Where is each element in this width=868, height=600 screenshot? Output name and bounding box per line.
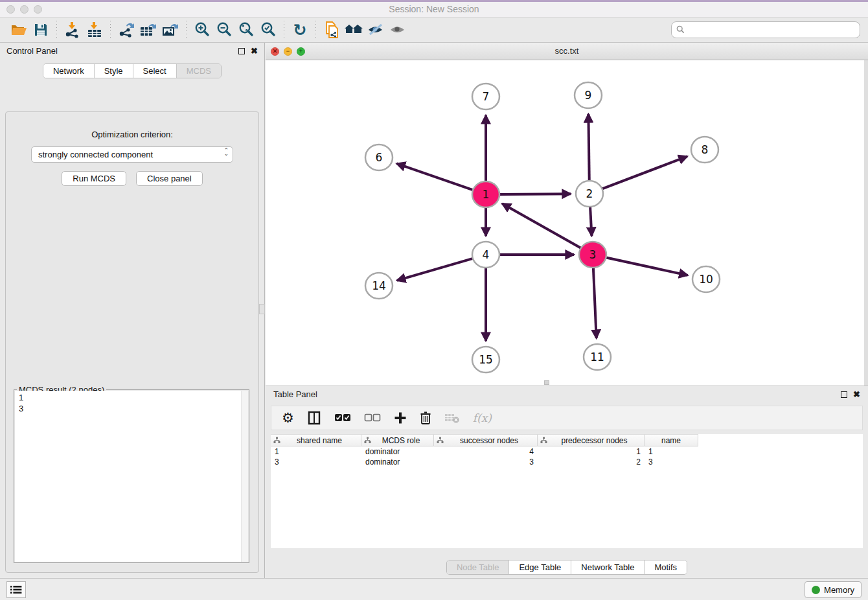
network-window-titlebar[interactable]: ✕ − + scc.txt	[266, 43, 868, 60]
search-field-wrap	[671, 21, 860, 38]
tab-network[interactable]: Network	[43, 64, 95, 78]
control-panel-tabs: Network Style Select MCDS	[0, 63, 264, 78]
column-type-icon	[437, 437, 444, 444]
refresh-icon[interactable]: ↻	[289, 20, 311, 40]
delete-table-icon[interactable]	[444, 412, 460, 424]
column-header-successor-nodes[interactable]: successor nodes	[434, 434, 538, 446]
mcds-result-group: MCDS result (2 nodes) 1 3	[14, 389, 249, 563]
table-header-row: shared name MCDS role successor nodes pr…	[271, 434, 863, 446]
criterion-value: strongly connected component	[38, 150, 153, 159]
splitter-handle[interactable]	[259, 304, 265, 314]
mcds-panel-body: Optimization criterion: strongly connect…	[5, 111, 259, 573]
copy-network-icon[interactable]	[321, 20, 343, 40]
toolbar-separator	[56, 21, 57, 39]
column-header-predecessor-nodes[interactable]: predecessor nodes	[538, 434, 645, 446]
import-network-icon[interactable]	[62, 20, 84, 40]
mcds-result-textarea[interactable]: 1 3	[15, 391, 248, 562]
export-image-icon[interactable]	[159, 20, 181, 40]
graph-edge-4-14[interactable]	[397, 258, 474, 281]
run-mcds-button[interactable]: Run MCDS	[62, 171, 126, 186]
graph-node-label-1: 1	[483, 188, 490, 201]
tab-motifs[interactable]: Motifs	[645, 560, 687, 574]
zoom-fit-icon[interactable]	[235, 20, 257, 40]
canvas-resize-handle[interactable]	[544, 380, 549, 385]
result-scrollbar[interactable]	[241, 391, 248, 562]
column-type-icon	[540, 437, 547, 444]
export-table-icon[interactable]	[137, 20, 159, 40]
toolbar-separator	[186, 21, 187, 39]
status-bar: Memory	[0, 578, 868, 600]
graph-node-label-15: 15	[479, 353, 493, 366]
table-row[interactable]: 1 dominator 4 1 1	[271, 446, 863, 457]
tab-select[interactable]: Select	[133, 64, 177, 78]
show-all-icon[interactable]	[387, 20, 409, 40]
delete-column-icon[interactable]	[420, 411, 431, 425]
home-layout-icon[interactable]	[343, 20, 365, 40]
column-header-mcds-role[interactable]: MCDS role	[361, 434, 434, 446]
column-header-shared-name[interactable]: shared name	[271, 434, 361, 446]
toolbar-separator	[284, 21, 284, 39]
column-type-icon	[273, 437, 280, 444]
function-builder-icon[interactable]: f(x)	[473, 411, 492, 424]
graph-node-label-7: 7	[483, 90, 490, 103]
memory-label: Memory	[824, 585, 854, 595]
graph-node-label-2: 2	[586, 187, 593, 200]
control-panel-title: Control Panel	[6, 46, 58, 56]
graph-edge-2-9[interactable]	[588, 114, 589, 181]
zoom-selected-icon[interactable]	[257, 20, 279, 40]
table-panel-header: Table Panel ✖	[266, 386, 868, 402]
graph-edge-1-6[interactable]	[396, 163, 474, 190]
select-all-icon[interactable]	[334, 413, 351, 422]
graph-node-label-10: 10	[699, 273, 713, 286]
tab-edge-table[interactable]: Edge Table	[509, 560, 571, 574]
add-column-icon[interactable]	[394, 411, 407, 424]
settings-gear-icon[interactable]: ⚙	[282, 411, 294, 425]
graph-edge-3-11[interactable]	[593, 267, 597, 338]
close-panel-button[interactable]: Close panel	[136, 171, 203, 186]
table-row[interactable]: 3 dominator 3 2 3	[271, 457, 863, 467]
graph-node-label-14: 14	[372, 279, 386, 292]
os-titlebar: Session: New Session	[0, 2, 868, 17]
table-toolbar: ⚙ f(x)	[271, 406, 863, 430]
float-panel-icon[interactable]	[238, 48, 245, 54]
graph-edge-2-3[interactable]	[590, 206, 591, 236]
deselect-all-icon[interactable]	[364, 413, 381, 422]
result-line: 1	[19, 393, 244, 404]
network-window-title: scc.txt	[266, 46, 868, 56]
columns-icon[interactable]	[307, 411, 321, 425]
network-canvas[interactable]: 7968124314101511	[266, 60, 864, 386]
import-table-icon[interactable]	[84, 20, 106, 40]
save-icon[interactable]	[30, 20, 52, 40]
close-table-panel-icon[interactable]: ✖	[853, 390, 860, 398]
list-icon	[10, 585, 22, 594]
search-input[interactable]	[671, 21, 860, 38]
criterion-select[interactable]: strongly connected component ⌃⌄	[31, 146, 233, 163]
graph-node-label-4: 4	[483, 248, 490, 261]
hide-selected-icon[interactable]	[365, 20, 387, 40]
network-view-window: ✕ − + scc.txt 7968124314101511	[266, 43, 868, 386]
tab-style[interactable]: Style	[95, 64, 133, 78]
memory-button[interactable]: Memory	[805, 581, 862, 598]
open-folder-icon[interactable]	[8, 20, 30, 40]
close-panel-icon[interactable]: ✖	[251, 47, 258, 55]
export-network-icon[interactable]	[115, 20, 137, 40]
zoom-out-icon[interactable]	[213, 20, 235, 40]
graph-node-label-8: 8	[702, 143, 709, 156]
graph-edge-1-2[interactable]	[498, 194, 571, 194]
graph: 7968124314101511	[266, 60, 864, 386]
task-history-button[interactable]	[6, 581, 26, 598]
graph-node-label-6: 6	[376, 151, 383, 164]
graph-edge-3-1[interactable]	[502, 203, 582, 248]
table-panel: Table Panel ✖ ⚙ f(x) shared name	[266, 386, 868, 578]
tab-network-table[interactable]: Network Table	[571, 560, 645, 574]
graph-edge-3-10[interactable]	[605, 257, 688, 275]
node-table: shared name MCDS role successor nodes pr…	[271, 434, 863, 548]
graph-edge-2-8[interactable]	[601, 156, 687, 189]
float-table-panel-icon[interactable]	[841, 391, 847, 398]
tab-node-table[interactable]: Node Table	[447, 560, 510, 574]
graph-node-label-11: 11	[590, 351, 604, 363]
graph-node-label-9: 9	[585, 89, 592, 102]
column-header-name[interactable]: name	[645, 434, 698, 446]
tab-mcds[interactable]: MCDS	[177, 64, 221, 78]
zoom-in-icon[interactable]	[191, 20, 213, 40]
